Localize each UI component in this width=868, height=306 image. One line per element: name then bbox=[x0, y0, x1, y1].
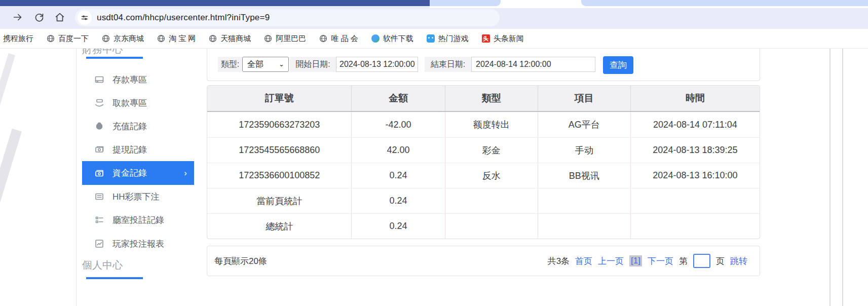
type-select[interactable]: 全部 ⌄ bbox=[242, 57, 289, 72]
sidebar-item-room-bet-record[interactable]: 廳室投註記錄 bbox=[76, 208, 194, 232]
bookmark-jingdong[interactable]: 京东商城 bbox=[102, 34, 144, 44]
home-button[interactable] bbox=[51, 9, 68, 26]
search-button[interactable]: 查詢 bbox=[603, 56, 633, 74]
cell-empty bbox=[538, 188, 630, 213]
bookmark-toutiao-news[interactable]: 头头条新闻 bbox=[482, 34, 524, 44]
cell-type: 彩金 bbox=[445, 138, 538, 163]
bookmark-alibaba[interactable]: 阿里巴巴 bbox=[264, 34, 306, 44]
pagination-controls: 共3条 首页 上一页 [1] 下一页 第 页 跳转 bbox=[548, 246, 747, 276]
cell-order-no: 1723590663273203 bbox=[207, 112, 351, 137]
end-date-label: 結束日期: bbox=[425, 57, 471, 72]
table-row-grand-total: 總統計 0.24 bbox=[207, 213, 760, 239]
bullet-list-icon bbox=[94, 215, 104, 225]
header-type: 類型 bbox=[445, 86, 538, 111]
globe-favicon-icon bbox=[157, 34, 165, 43]
forward-button[interactable] bbox=[9, 9, 26, 26]
header-time: 時間 bbox=[630, 86, 760, 111]
cell-time: 2024-08-14 07:11:04 bbox=[630, 112, 760, 137]
cell-project: BB视讯 bbox=[538, 163, 630, 188]
hand-cash-icon bbox=[94, 98, 104, 108]
tab-strip-right bbox=[581, 0, 868, 6]
screen: usdt04.com/hhcp/usercenter.html?iniType=… bbox=[0, 0, 868, 306]
globe-favicon-icon bbox=[264, 34, 272, 43]
reload-icon bbox=[34, 12, 45, 23]
deposit-card-icon bbox=[94, 74, 104, 85]
sidebar-section-personal: 個人中心 bbox=[82, 258, 123, 272]
cell-project: 手动 bbox=[538, 138, 630, 163]
page-number-input[interactable] bbox=[693, 254, 710, 268]
first-page-link[interactable]: 首页 bbox=[575, 255, 592, 267]
site-info-button[interactable] bbox=[78, 11, 92, 25]
url-text[interactable]: usdt04.com/hhcp/usercenter.html?iniType=… bbox=[97, 13, 270, 23]
bookmark-hot-games[interactable]: 热门游戏 bbox=[427, 34, 469, 44]
current-page-indicator[interactable]: [1] bbox=[629, 255, 642, 266]
cell-label: 總統計 bbox=[207, 214, 351, 239]
cell-empty bbox=[630, 214, 760, 239]
header-order-no: 訂單號 bbox=[207, 86, 351, 111]
header-amount: 金額 bbox=[351, 86, 444, 111]
next-page-link[interactable]: 下一页 bbox=[648, 255, 673, 267]
start-date-input[interactable] bbox=[336, 57, 418, 72]
jump-prefix-text: 第 bbox=[679, 255, 688, 267]
active-tab-edge bbox=[430, 6, 868, 8]
cell-label: 當前頁統計 bbox=[207, 188, 351, 213]
sidebar-item-withdraw-area[interactable]: 取款專區 bbox=[76, 91, 194, 114]
chevron-down-icon: ⌄ bbox=[279, 60, 284, 68]
bookmark-taobao[interactable]: 淘 宝 网 bbox=[157, 34, 196, 44]
cell-empty bbox=[630, 188, 760, 213]
cell-time: 2024-08-13 16:10:00 bbox=[630, 163, 760, 188]
globe-favicon-icon bbox=[319, 34, 327, 43]
wallet-icon bbox=[94, 168, 104, 178]
jump-link[interactable]: 跳转 bbox=[730, 255, 747, 267]
software-download-favicon-icon bbox=[371, 34, 380, 43]
bookmark-software-download[interactable]: 软件下载 bbox=[371, 34, 413, 44]
money-bag-icon: ¥ bbox=[94, 121, 104, 131]
right-divider-line bbox=[842, 49, 843, 306]
cell-type: 反水 bbox=[445, 163, 538, 188]
end-date-input[interactable] bbox=[471, 57, 595, 72]
table-row: 1723545565668860 42.00 彩金 手动 2024-08-13 … bbox=[207, 137, 760, 163]
cell-order-no: 1723536600100852 bbox=[207, 163, 351, 188]
table-row: 1723536600100852 0.24 反水 BB视讯 2024-08-13… bbox=[207, 163, 760, 188]
home-icon bbox=[54, 12, 65, 23]
sidebar-item-recharge-record[interactable]: ¥ 充值記錄 bbox=[76, 114, 194, 138]
game-robot-favicon-icon bbox=[427, 34, 435, 43]
address-bar[interactable]: usdt04.com/hhcp/usercenter.html?iniType=… bbox=[75, 9, 500, 26]
section-underline bbox=[86, 277, 143, 279]
cell-amount: -42.00 bbox=[351, 112, 444, 137]
bookmark-weipinhui[interactable]: 唯 品 会 bbox=[319, 34, 358, 44]
section-underline bbox=[86, 57, 143, 59]
sidebar-item-withdrawal-record[interactable]: 提現記錄 bbox=[76, 138, 194, 161]
banknote-icon bbox=[94, 144, 104, 155]
bookmark-xiecheng[interactable]: 携程旅行 bbox=[3, 34, 33, 44]
reload-button[interactable] bbox=[30, 9, 48, 26]
sidebar-item-hh-lottery-bets[interactable]: HH彩票下注 bbox=[76, 185, 194, 208]
sidebar-item-player-bet-report[interactable]: 玩家投注報表 bbox=[76, 232, 194, 255]
privacy-tune-icon bbox=[81, 14, 88, 21]
cell-amount: 0.24 bbox=[351, 214, 444, 239]
chart-report-icon bbox=[94, 239, 104, 249]
tab-strip-left bbox=[430, 0, 501, 6]
prev-page-link[interactable]: 上一页 bbox=[598, 255, 624, 267]
ticket-list-icon bbox=[94, 192, 104, 202]
cell-order-no: 1723545565668860 bbox=[207, 138, 351, 163]
globe-favicon-icon bbox=[209, 34, 217, 43]
globe-favicon-icon bbox=[47, 34, 55, 43]
bookmark-baidu[interactable]: 百度一下 bbox=[47, 34, 89, 44]
jump-suffix-text: 页 bbox=[716, 255, 725, 267]
chevron-right-icon: › bbox=[184, 168, 187, 178]
type-filter-label: 類型: bbox=[218, 57, 242, 72]
forward-arrow-icon bbox=[12, 12, 23, 23]
sidebar-item-deposit-area[interactable]: 存款專區 bbox=[76, 68, 194, 91]
sidebar-item-funds-record[interactable]: 資金記錄 › bbox=[82, 161, 194, 185]
table-row: 1723590663273203 -42.00 额度转出 AG平台 2024-0… bbox=[207, 112, 760, 137]
table-row-page-total: 當前頁統計 0.24 bbox=[207, 188, 760, 213]
bookmark-tmall[interactable]: 天猫商城 bbox=[209, 34, 251, 44]
start-date-label: 開始日期: bbox=[290, 57, 336, 72]
bookmarks-bar: 携程旅行 百度一下 京东商城 淘 宝 网 天猫商城 阿里巴巴 唯 品 会 软件下… bbox=[0, 29, 868, 49]
svg-text:¥: ¥ bbox=[98, 125, 100, 128]
globe-favicon-icon bbox=[102, 34, 110, 43]
header-project: 項目 bbox=[538, 86, 630, 111]
right-divider-line bbox=[829, 49, 831, 306]
cell-empty bbox=[538, 214, 630, 239]
